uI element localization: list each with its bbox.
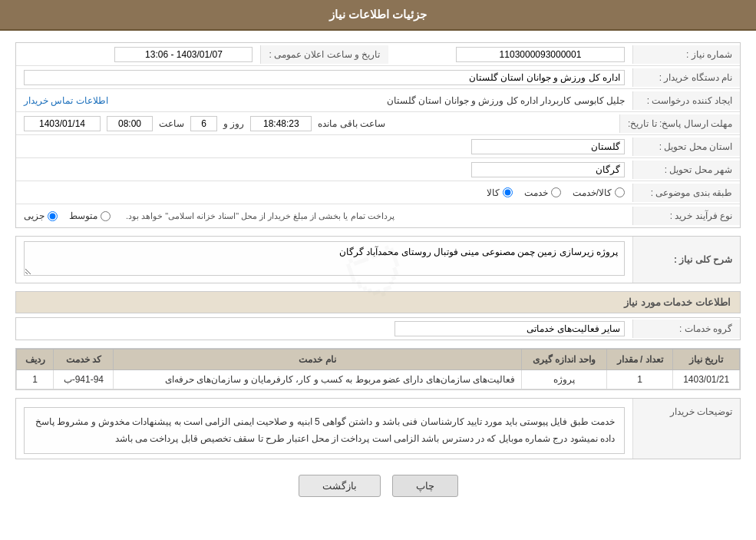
- radio-khadamat[interactable]: [551, 187, 561, 197]
- th-nam: نام خدمت: [114, 350, 522, 370]
- th-tarikh: تاریخ نیاز: [673, 350, 740, 370]
- page-title: جزئیات اطلاعات نیاز: [329, 8, 427, 21]
- input-tarikh-elan[interactable]: [114, 47, 253, 62]
- khadamat-table: تاریخ نیاز تعداد / مقدار واحد اندازه گیر…: [16, 349, 740, 389]
- row-group-khadamat: گروه خدمات :: [15, 317, 741, 340]
- value-sharh-koli: [16, 237, 632, 283]
- cell-tarikh: 1403/01/21: [673, 370, 740, 389]
- radio-jozyi-item: جزیی: [24, 210, 58, 221]
- label-no-farayand: نوع فرآیند خرید :: [632, 207, 740, 225]
- cell-radif: 1: [17, 370, 54, 389]
- input-ostan[interactable]: [471, 139, 625, 154]
- radio-kala-khadamat[interactable]: [615, 187, 625, 197]
- label-ijad-konande: ایجاد کننده درخواست :: [632, 91, 740, 110]
- tabaqe-radio-group: کالا/خدمت خدمت کالا: [24, 187, 625, 198]
- mohlat-saat-label: ساعت: [159, 118, 184, 129]
- input-nam-dastgah[interactable]: [24, 70, 625, 85]
- value-shomare-niaz: [388, 44, 633, 65]
- radio-kala-khadamat-item: کالا/خدمت: [573, 187, 625, 198]
- value-tozihat: خدمت طبق فایل پیوستی باید مورد تایید کار…: [16, 399, 632, 459]
- back-button[interactable]: بازگشت: [299, 475, 381, 497]
- khadamat-section-label: اطلاعات خدمات مورد نیاز: [624, 297, 731, 308]
- value-nam-dastgah: [16, 67, 632, 88]
- value-mohlat: ساعت باقی مانده روز و ساعت: [16, 113, 619, 134]
- row-no-farayand: نوع فرآیند خرید : پرداخت تمام یا بخشی از…: [16, 204, 740, 227]
- text-ijad-konande: جلیل کابوسی کاربردار اداره کل ورزش و جوا…: [120, 95, 625, 106]
- label-group-khadamat: گروه خدمات :: [632, 320, 740, 338]
- label-shahr: شهر محل تحویل :: [632, 161, 740, 179]
- input-shahr[interactable]: [471, 162, 625, 177]
- sharh-koli-section: شرح کلی نیاز :: [15, 236, 741, 283]
- label-kala-khadamat: کالا/خدمت: [573, 187, 612, 198]
- label-tabaqe: طبقه بندی موضوعی :: [632, 184, 740, 202]
- print-button[interactable]: چاپ: [392, 475, 458, 497]
- content-area: 🛡 شماره نیاز : تاریخ و ساعت اعلان عمومی …: [0, 31, 756, 520]
- tozihat-text: خدمت طبق فایل پیوستی باید مورد تایید کار…: [24, 407, 625, 454]
- row-ijad-konande: ایجاد کننده درخواست : جلیل کابوسی کاربرد…: [16, 89, 740, 112]
- radio-mottaset-item: متوسط: [69, 210, 111, 221]
- cell-tedad: 1: [606, 370, 673, 389]
- table-header-row: تاریخ نیاز تعداد / مقدار واحد اندازه گیر…: [17, 350, 740, 370]
- th-radif: ردیف: [17, 350, 54, 370]
- page-container: جزئیات اطلاعات نیاز 🛡 شماره نیاز : تاریخ…: [0, 0, 756, 540]
- table-row: 1403/01/21 1 پروژه فعالیت‌های سازمان‌های…: [17, 370, 740, 389]
- row-nam-dastgah: نام دستگاه خریدار :: [16, 66, 740, 89]
- value-group-khadamat: [16, 318, 632, 340]
- row-shahr: شهر محل تحویل :: [16, 158, 740, 181]
- label-nam-dastgah: نام دستگاه خریدار :: [632, 68, 740, 87]
- label-tozihat: توضیحات خریدار: [632, 399, 740, 459]
- label-ostan: استان محل تحویل :: [632, 137, 740, 156]
- label-kala: کالا: [487, 187, 500, 198]
- radio-kala-item: کالا: [487, 187, 513, 198]
- link-etelaatamas[interactable]: اطلاعات تماس خریدار: [24, 95, 108, 106]
- khadamat-table-section: تاریخ نیاز تعداد / مقدار واحد اندازه گیر…: [15, 348, 741, 390]
- row-ostan: استان محل تحویل :: [16, 135, 740, 158]
- th-vahed: واحد اندازه گیری: [521, 350, 606, 370]
- row-tabaqe: طبقه بندی موضوعی : کالا/خدمت خدمت: [16, 181, 740, 204]
- input-saatmande[interactable]: [250, 116, 312, 131]
- label-tarikh-elan: تاریخ و ساعت اعلان عمومی :: [260, 45, 388, 64]
- radio-jozyi[interactable]: [48, 211, 58, 221]
- page-header: جزئیات اطلاعات نیاز: [0, 0, 756, 31]
- value-tarikh-elan: [16, 44, 261, 65]
- value-ostan: [16, 136, 632, 157]
- mohlat-rooz-label: روز و: [223, 118, 244, 129]
- input-rooz[interactable]: [190, 116, 217, 131]
- cell-nam: فعالیت‌های سازمان‌های دارای عضو مربوط به…: [114, 370, 522, 389]
- cell-kod: 941-94-ب: [54, 370, 114, 389]
- mohlat-saatmande-label: ساعت باقی مانده: [318, 118, 385, 129]
- input-saat[interactable]: [107, 116, 153, 131]
- input-shomare-niaz[interactable]: [456, 47, 625, 62]
- label-mohlat: مهلت ارسال پاسخ: تا تاریخ:: [619, 114, 740, 133]
- cell-vahed: پروژه: [521, 370, 606, 389]
- th-kod: کد خدمت: [54, 350, 114, 370]
- radio-kala[interactable]: [503, 187, 513, 197]
- input-group-khadamat[interactable]: [395, 321, 625, 336]
- tozihat-section: توضیحات خریدار خدمت طبق فایل پیوستی باید…: [15, 398, 741, 459]
- textarea-sharh-koli[interactable]: [24, 241, 625, 276]
- row-shomare-niaz: شماره نیاز : تاریخ و ساعت اعلان عمومی :: [16, 43, 740, 66]
- th-tedad: تعداد / مقدار: [606, 350, 673, 370]
- value-ijad-konande: جلیل کابوسی کاربردار اداره کل ورزش و جوا…: [16, 92, 632, 109]
- value-tabaqe: کالا/خدمت خدمت کالا: [16, 184, 632, 201]
- value-shahr: [16, 159, 632, 181]
- label-jozyi: جزیی: [24, 210, 45, 221]
- no-farayand-desc: پرداخت تمام یا بخشی از مبلغ خریدار از مح…: [126, 211, 395, 221]
- main-info-section: شماره نیاز : تاریخ و ساعت اعلان عمومی : …: [15, 42, 741, 228]
- farayand-radio-group: متوسط جزیی: [24, 210, 111, 221]
- row-mohlat: مهلت ارسال پاسخ: تا تاریخ: ساعت باقی مان…: [16, 112, 740, 135]
- value-no-farayand: پرداخت تمام یا بخشی از مبلغ خریدار از مح…: [16, 207, 632, 224]
- label-shomare-niaz: شماره نیاز :: [632, 45, 740, 64]
- label-khadamat: خدمت: [524, 187, 548, 198]
- radio-mottaset[interactable]: [101, 211, 111, 221]
- khadamat-section-header: اطلاعات خدمات مورد نیاز: [15, 291, 741, 313]
- buttons-row: چاپ بازگشت: [15, 475, 741, 497]
- input-date[interactable]: [24, 116, 101, 131]
- label-sharh-koli: شرح کلی نیاز :: [632, 237, 740, 283]
- label-mottaset: متوسط: [69, 210, 97, 221]
- radio-khadamat-item: خدمت: [524, 187, 561, 198]
